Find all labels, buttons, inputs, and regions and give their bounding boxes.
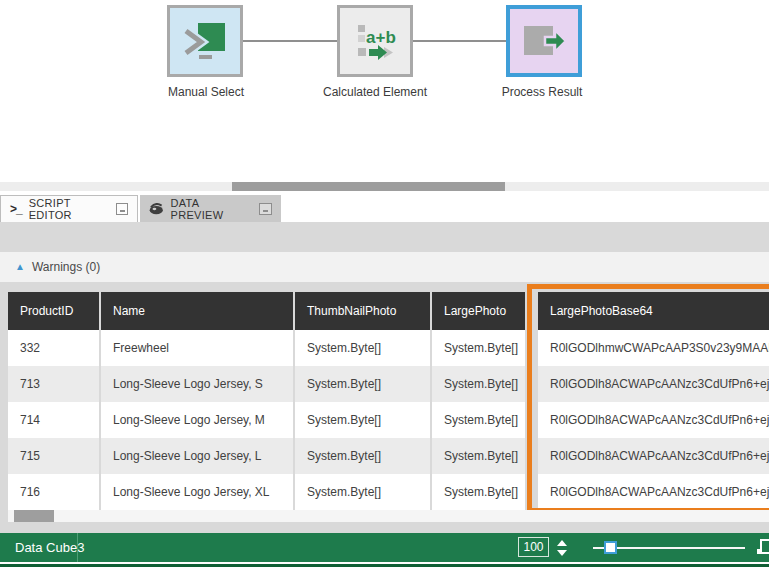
node-label-manual-select: Manual Select [126, 85, 286, 99]
connector-line [243, 40, 337, 42]
cell-name[interactable]: Long-Sleeve Logo Jersey, XL [101, 474, 293, 510]
cell-largephoto[interactable]: System.Byte[] [432, 438, 525, 474]
cell-largephoto[interactable]: System.Byte[] [432, 330, 525, 366]
statusbar-divider [77, 533, 78, 562]
cell-thumbnailphoto[interactable]: System.Byte[] [295, 330, 430, 366]
stepper-up-icon[interactable] [557, 540, 567, 546]
process-result-node-box [506, 5, 582, 77]
cell-largephotobase64[interactable]: R0lGODlh8ACWAPcAANzc3CdUfPn6+ejs [538, 438, 769, 474]
zoom-slider-thumb[interactable] [604, 541, 617, 554]
column-header-name[interactable]: Name [101, 292, 293, 330]
cell-thumbnailphoto[interactable]: System.Byte[] [295, 366, 430, 402]
data-preview-icon [149, 203, 164, 215]
popout-window-icon[interactable] [116, 203, 128, 215]
column-header-largephotobase64[interactable]: LargePhotoBase64 [538, 292, 769, 330]
calculated-element-node-box: a+b [337, 5, 413, 77]
collapse-triangle-icon: ▲ [15, 262, 25, 272]
column-header-productid[interactable]: ProductID [8, 292, 99, 330]
table-header-row: ProductID Name ThumbNailPhoto LargePhoto… [8, 292, 769, 330]
script-prompt-icon: >_ [10, 202, 22, 216]
table-row[interactable]: 713 Long-Sleeve Logo Jersey, S System.By… [8, 366, 769, 402]
node-label-calculated-element: Calculated Element [295, 85, 455, 99]
cell-productid[interactable]: 716 [8, 474, 99, 510]
tab-script-editor-label: SCRIPT EDITOR [29, 197, 109, 221]
zoom-slider[interactable] [593, 533, 745, 562]
stepper-down-icon[interactable] [557, 550, 567, 556]
process-result-icon [521, 18, 567, 64]
workflow-node-process-result[interactable] [506, 5, 582, 77]
column-header-thumbnailphoto[interactable]: ThumbNailPhoto [295, 292, 430, 330]
cell-thumbnailphoto[interactable]: System.Byte[] [295, 438, 430, 474]
warnings-label: Warnings (0) [32, 260, 100, 274]
canvas-scrollbar-thumb[interactable] [232, 182, 505, 191]
canvas-horizontal-scrollbar[interactable] [0, 182, 769, 191]
fit-to-window-icon[interactable] [760, 539, 769, 554]
popout-window-icon[interactable] [259, 203, 272, 215]
cell-thumbnailphoto[interactable]: System.Byte[] [295, 402, 430, 438]
manual-select-node-box [167, 5, 243, 77]
cell-largephoto[interactable]: System.Byte[] [432, 402, 525, 438]
cell-name[interactable]: Long-Sleeve Logo Jersey, L [101, 438, 293, 474]
cell-largephotobase64[interactable]: R0lGODlh8ACWAPcAANzc3CdUfPn6+ejs [538, 402, 769, 438]
cell-name[interactable]: Freewheel [101, 330, 293, 366]
cell-productid[interactable]: 715 [8, 438, 99, 474]
cell-name[interactable]: Long-Sleeve Logo Jersey, M [101, 402, 293, 438]
cell-name[interactable]: Long-Sleeve Logo Jersey, S [101, 366, 293, 402]
cell-largephotobase64[interactable]: R0lGODlhmwCWAPcAAP3S0v23y9MAAP [538, 330, 769, 366]
zoom-value-input[interactable]: 100 [518, 537, 549, 557]
cell-largephoto[interactable]: System.Byte[] [432, 474, 525, 510]
document-title: Data Cube3 [15, 533, 84, 562]
tab-data-preview[interactable]: DATA PREVIEW [140, 195, 281, 222]
zoom-stepper[interactable] [555, 539, 567, 556]
cell-productid[interactable]: 713 [8, 366, 99, 402]
cell-largephotobase64[interactable]: R0lGODlh8ACWAPcAANzc3CdUfPn6+ejs [538, 474, 769, 510]
data-cube-editor-screen: a+b Manual Select Calculated Element Pro… [0, 0, 769, 567]
manual-select-icon [182, 18, 228, 64]
column-header-largephoto[interactable]: LargePhoto [432, 292, 525, 330]
table-row[interactable]: 716 Long-Sleeve Logo Jersey, XL System.B… [8, 474, 769, 510]
status-bar: Data Cube3 100 [0, 533, 769, 562]
connector-line [413, 40, 506, 42]
cell-largephotobase64[interactable]: R0lGODlh8ACWAPcAANzc3CdUfPn6+ejs [538, 366, 769, 402]
calculated-element-icon: a+b [352, 18, 398, 64]
cell-productid[interactable]: 332 [8, 330, 99, 366]
warnings-toggle[interactable]: ▲ Warnings (0) [0, 252, 769, 282]
svg-text:a+b: a+b [366, 28, 396, 47]
node-label-process-result: Process Result [462, 85, 622, 99]
table-row[interactable]: 715 Long-Sleeve Logo Jersey, L System.By… [8, 438, 769, 474]
cell-thumbnailphoto[interactable]: System.Byte[] [295, 474, 430, 510]
tab-data-preview-label: DATA PREVIEW [171, 197, 253, 221]
cell-largephoto[interactable]: System.Byte[] [432, 366, 525, 402]
table-scrollbar-thumb[interactable] [14, 510, 54, 522]
table-row[interactable]: 332 Freewheel System.Byte[] System.Byte[… [8, 330, 769, 366]
table-row[interactable]: 714 Long-Sleeve Logo Jersey, M System.By… [8, 402, 769, 438]
cell-productid[interactable]: 714 [8, 402, 99, 438]
tab-script-editor[interactable]: >_ SCRIPT EDITOR [0, 195, 138, 222]
table-horizontal-scrollbar[interactable] [8, 510, 769, 522]
workflow-node-calculated-element[interactable]: a+b [337, 5, 413, 77]
workflow-node-manual-select[interactable] [167, 5, 243, 77]
